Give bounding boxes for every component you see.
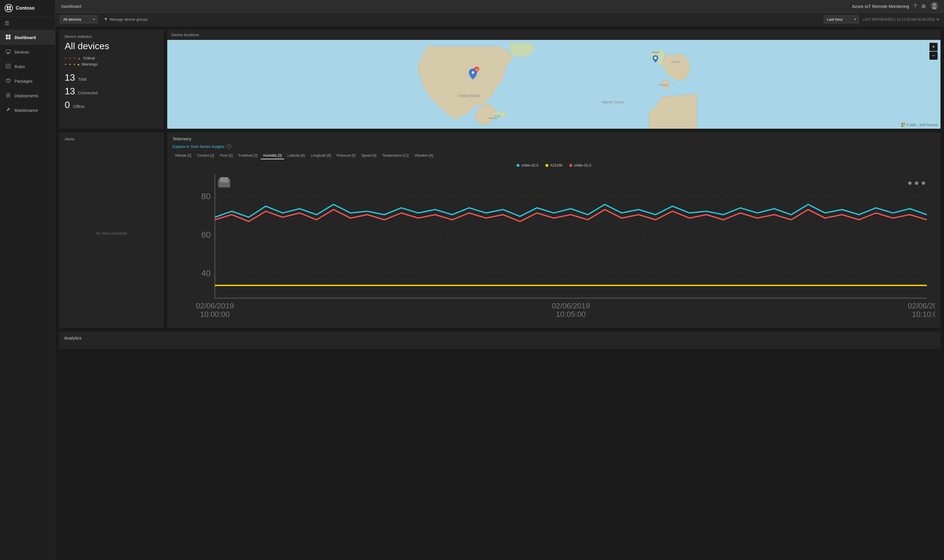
refresh-icon[interactable]: ↻ xyxy=(936,17,939,22)
az3166-label: AZ3166 xyxy=(550,163,562,168)
total-stat: 13 Total xyxy=(65,72,158,83)
logo-text: Contoso xyxy=(16,6,35,11)
sidebar-item-packages[interactable]: Packages xyxy=(0,74,55,89)
main-area: Dashboard Azure IoT Remote Monitoring ? … xyxy=(55,0,944,560)
svg-text:Atlantic Ocean: Atlantic Ocean xyxy=(601,100,624,104)
chiller02-label: chiller-02.0 xyxy=(521,163,538,168)
time-range-select[interactable]: Last hour Last 24 hours Last 7 days xyxy=(824,15,859,23)
connected-count: 13 xyxy=(65,86,75,97)
chart-area: 80 60 40 02/06/2019 10:00:00 xyxy=(172,170,935,324)
telemetry-title: Telemetry xyxy=(172,136,191,141)
help-icon[interactable]: ? xyxy=(914,3,916,9)
logo-icon xyxy=(5,4,13,12)
svg-text:40: 40 xyxy=(201,269,211,278)
total-label: Total xyxy=(78,77,87,82)
connected-label: Connected xyxy=(78,91,98,95)
tab-speed[interactable]: Speed [4] xyxy=(359,152,379,159)
svg-text:United States: United States xyxy=(459,94,480,98)
sidebar-item-devices[interactable]: Devices xyxy=(0,45,55,59)
tab-fuellevel[interactable]: Fuellevel [2] xyxy=(236,152,260,159)
device-legend: ▲ Critical ■ Warnings xyxy=(65,56,158,66)
sidebar-item-dashboard-label: Dashboard xyxy=(15,35,36,40)
sidebar-item-devices-label: Devices xyxy=(15,50,29,54)
legend-az3166: AZ3166 xyxy=(545,163,562,168)
svg-point-39 xyxy=(654,57,657,59)
warnings-legend-item: ■ Warnings xyxy=(65,62,158,66)
device-stats-heading: All devices xyxy=(65,41,158,51)
last-refreshed-info: LAST REFRESHED | 10:12:29 AM 02.06.2019 … xyxy=(862,17,939,22)
svg-rect-5 xyxy=(8,35,11,37)
tab-humidity[interactable]: Humidity [3] xyxy=(261,152,284,159)
map-svg: United States Atlantic Ocean México Cuba… xyxy=(167,40,941,129)
sidebar-item-rules-label: Rules xyxy=(15,65,25,69)
settings-icon[interactable]: ⚙ xyxy=(921,3,926,9)
device-group-selector[interactable]: All devices ▼ xyxy=(60,15,98,23)
breadcrumb: Dashboard xyxy=(61,4,81,9)
hamburger-button[interactable]: ☰ xyxy=(0,17,55,30)
alerts-title: Alerts xyxy=(65,137,158,141)
info-icon[interactable]: ? xyxy=(227,144,231,149)
legend-chiller01: chiller-01.0 xyxy=(569,163,591,168)
tab-floor[interactable]: Floor [2] xyxy=(218,152,235,159)
telemetry-panel: Telemetry Explore in Time Series Insight… xyxy=(167,132,941,328)
warning-square-icon: ■ xyxy=(77,63,79,66)
critical-triangle-icon: ▲ xyxy=(77,56,81,60)
subtoolbar-left: All devices ▼ Manage device groups xyxy=(60,15,150,23)
svg-rect-2 xyxy=(7,8,8,10)
tab-latitude[interactable]: Latitude [6] xyxy=(285,152,307,159)
svg-marker-23 xyxy=(104,18,107,21)
svg-rect-0 xyxy=(7,6,8,8)
app-title: Azure IoT Remote Monitoring xyxy=(852,4,909,9)
zoom-out-button[interactable]: − xyxy=(929,52,938,60)
manage-device-groups-button[interactable]: Manage device groups xyxy=(102,16,150,23)
alerts-empty-message: No data available xyxy=(65,143,158,323)
svg-rect-6 xyxy=(6,37,8,39)
bottom-row: Alerts No data available Telemetry Explo… xyxy=(59,132,941,328)
connected-stat: 13 Connected xyxy=(65,86,158,97)
zoom-in-button[interactable]: + xyxy=(929,43,938,51)
time-range-selector[interactable]: Last hour Last 24 hours Last 7 days ▼ xyxy=(824,15,859,23)
tab-longitude[interactable]: Longitude [6] xyxy=(308,152,333,159)
chiller01-dot xyxy=(569,164,572,167)
map-watermark: © 1992 – 2019 TomTom xyxy=(901,123,938,127)
maintenance-icon xyxy=(5,107,11,114)
sidebar-item-maintenance[interactable]: Maintenance xyxy=(0,103,55,118)
device-locations-title: Device locations xyxy=(167,30,941,40)
packages-icon xyxy=(5,78,11,85)
topbar: Dashboard Azure IoT Remote Monitoring ? … xyxy=(55,0,944,13)
svg-point-36 xyxy=(472,71,474,74)
alerts-panel: Alerts No data available xyxy=(59,132,164,328)
analytics-panel: Analytics xyxy=(59,331,941,349)
telemetry-header: Telemetry xyxy=(172,136,935,141)
device-stats-title: Device statistics xyxy=(65,34,158,39)
svg-rect-4 xyxy=(6,35,8,37)
tab-coolant[interactable]: Coolant [2] xyxy=(195,152,217,159)
svg-text:10:00:00: 10:00:00 xyxy=(200,310,229,318)
az3166-dot xyxy=(545,164,548,167)
explore-time-series-link[interactable]: Explore in Time Series Insights xyxy=(172,145,224,149)
user-avatar-icon[interactable] xyxy=(930,2,938,11)
tab-vibration[interactable]: Vibration [4] xyxy=(412,152,435,159)
tab-temperature[interactable]: Temperature [11] xyxy=(380,152,411,159)
svg-text:80: 80 xyxy=(201,192,211,201)
tab-pressure[interactable]: Pressure [5] xyxy=(334,152,358,159)
svg-marker-19 xyxy=(7,94,9,96)
telemetry-chart-svg: 80 60 40 02/06/2019 10:00:00 xyxy=(172,170,935,324)
map-container[interactable]: United States Atlantic Ocean México Cuba… xyxy=(167,40,941,129)
svg-text:02/06/2019: 02/06/2019 xyxy=(196,302,234,310)
sidebar-item-dashboard[interactable]: Dashboard xyxy=(0,30,55,45)
devices-icon xyxy=(5,49,11,55)
explore-link-row: Explore in Time Series Insights ? xyxy=(172,144,935,149)
sidebar-item-rules[interactable]: Rules xyxy=(0,59,55,74)
sidebar-item-deployments[interactable]: Deployments xyxy=(0,89,55,103)
top-row: Device statistics All devices ▲ Critical xyxy=(59,30,941,129)
device-group-select[interactable]: All devices xyxy=(60,15,98,23)
tab-altitude[interactable]: Altitude [2] xyxy=(172,152,194,159)
sidebar-item-deployments-label: Deployments xyxy=(15,94,38,98)
device-locations-panel: Device locations xyxy=(167,30,941,129)
svg-point-57 xyxy=(915,182,918,185)
legend-chiller02: chiller-02.0 xyxy=(517,163,538,168)
critical-legend-label: Critical xyxy=(83,56,95,60)
svg-rect-3 xyxy=(9,8,11,10)
svg-text:Ireland: Ireland xyxy=(652,51,660,54)
